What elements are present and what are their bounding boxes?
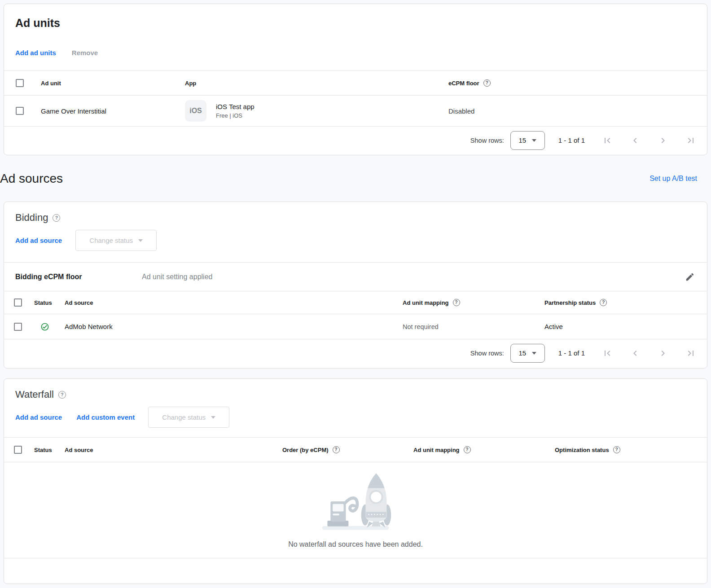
help-icon[interactable]: ? <box>453 299 460 306</box>
waterfall-table-header: Status Ad source Order (by eCPM) ? Ad un… <box>4 437 707 462</box>
previous-page-icon[interactable] <box>630 135 641 146</box>
ad-sources-section-bar: Ad sources Set up A/B test <box>0 155 711 202</box>
partnership-status-value: Active <box>544 323 707 330</box>
ad-units-card: Ad units Add ad units Remove Ad unit App… <box>4 4 707 155</box>
chevron-down-icon <box>532 352 536 355</box>
column-header-ad-unit: Ad unit <box>41 80 185 87</box>
column-header-app: App <box>185 80 448 87</box>
ad-units-header: Ad units Add ad units Remove <box>4 4 707 70</box>
waterfall-empty-state: No waterfall ad sources have been added. <box>4 462 707 558</box>
first-page-icon[interactable] <box>602 135 613 146</box>
change-status-label: Change status <box>162 413 206 421</box>
add-ad-source-button[interactable]: Add ad source <box>15 413 62 421</box>
help-icon[interactable]: ? <box>333 446 340 453</box>
select-all-checkbox[interactable] <box>16 79 24 87</box>
bidding-header: Bidding ? Add ad source Change status <box>4 202 707 262</box>
select-all-checkbox[interactable] <box>14 446 22 454</box>
bidding-ecpm-floor-value: Ad unit setting applied <box>142 273 684 281</box>
column-header-ad-unit-mapping: Ad unit mapping <box>413 447 460 453</box>
help-icon[interactable]: ? <box>600 299 607 306</box>
add-ad-source-button[interactable]: Add ad source <box>15 237 62 244</box>
setup-ab-test-link[interactable]: Set up A/B test <box>650 175 697 183</box>
column-header-ecpm-floor: eCPM floor <box>448 80 479 87</box>
help-icon[interactable]: ? <box>58 391 66 399</box>
column-header-order: Order (by eCPM) <box>282 447 329 453</box>
column-header-status: Status <box>34 447 65 453</box>
row-checkbox[interactable] <box>14 323 22 331</box>
help-icon[interactable]: ? <box>613 446 620 453</box>
previous-page-icon[interactable] <box>630 348 641 359</box>
change-status-button[interactable]: Change status <box>148 407 229 428</box>
rows-per-page-select[interactable]: 15 <box>510 344 545 363</box>
ad-units-title: Ad units <box>15 17 60 30</box>
ad-unit-name[interactable]: Game Over Interstitial <box>41 107 185 115</box>
waterfall-card: Waterfall ? Add ad source Add custom eve… <box>4 378 707 584</box>
change-status-label: Change status <box>89 237 133 244</box>
first-page-icon[interactable] <box>602 348 613 359</box>
last-page-icon[interactable] <box>685 348 696 359</box>
edit-button[interactable] <box>684 271 696 283</box>
page-range: 1 - 1 of 1 <box>558 349 585 357</box>
help-icon[interactable]: ? <box>483 79 491 87</box>
column-header-ad-source: Ad source <box>65 299 403 306</box>
bidding-title: Bidding <box>15 212 48 224</box>
show-rows-label: Show rows: <box>470 137 504 144</box>
rows-per-page-value: 15 <box>518 136 526 144</box>
page-range: 1 - 1 of 1 <box>558 136 585 144</box>
chevron-down-icon <box>138 239 143 242</box>
status-active-icon <box>40 322 49 331</box>
bidding-ecpm-floor-label: Bidding eCPM floor <box>15 273 142 281</box>
ad-unit-mapping-value: Not required <box>403 323 544 330</box>
help-icon[interactable]: ? <box>53 214 60 222</box>
bidding-pagination: Show rows: 15 1 - 1 of 1 <box>4 339 707 367</box>
ad-unit-row[interactable]: Game Over Interstitial iOS iOS Test app … <box>4 95 707 126</box>
ad-units-pagination: Show rows: 15 1 - 1 of 1 <box>4 126 707 154</box>
bidding-table-header: Status Ad source Ad unit mapping ? Partn… <box>4 291 707 314</box>
pagination-nav <box>602 348 696 359</box>
column-header-ad-source: Ad source <box>65 447 282 453</box>
select-all-checkbox[interactable] <box>14 298 22 307</box>
bidding-card: Bidding ? Add ad source Change status Bi… <box>4 202 707 369</box>
column-header-optimization-status: Optimization status <box>555 447 609 453</box>
app-cell: iOS iOS Test app Free | iOS <box>185 100 448 122</box>
rocket-fuel-illustration <box>316 470 395 531</box>
remove-button[interactable]: Remove <box>72 49 98 57</box>
next-page-icon[interactable] <box>658 135 668 146</box>
chevron-down-icon <box>532 139 536 142</box>
chevron-down-icon <box>211 416 215 419</box>
add-custom-event-button[interactable]: Add custom event <box>76 413 135 421</box>
pagination-nav <box>602 135 696 146</box>
change-status-button[interactable]: Change status <box>75 230 157 251</box>
ios-app-icon: iOS <box>185 100 206 122</box>
waterfall-header: Waterfall ? Add ad source Add custom eve… <box>4 379 707 437</box>
pencil-icon <box>685 272 695 282</box>
waterfall-title: Waterfall <box>15 389 54 400</box>
ecpm-floor-value: Disabled <box>448 107 707 115</box>
ad-source-name[interactable]: AdMob Network <box>65 323 403 330</box>
ad-units-toolbar: Add ad units Remove <box>15 49 98 57</box>
show-rows-label: Show rows: <box>470 350 504 357</box>
app-meta: Free | iOS <box>216 112 255 119</box>
waterfall-empty-message: No waterfall ad sources have been added. <box>288 540 423 549</box>
bidding-toolbar: Add ad source Change status <box>15 230 157 251</box>
row-checkbox[interactable] <box>16 107 24 115</box>
ad-units-table-header: Ad unit App eCPM floor ? <box>4 70 707 95</box>
bidding-ecpm-floor-row: Bidding eCPM floor Ad unit setting appli… <box>4 262 707 291</box>
rows-per-page-select[interactable]: 15 <box>510 131 545 150</box>
add-ad-units-button[interactable]: Add ad units <box>15 49 56 57</box>
column-header-status: Status <box>34 299 65 306</box>
next-page-icon[interactable] <box>658 348 668 359</box>
column-header-partnership-status: Partnership status <box>544 299 596 306</box>
app-name: iOS Test app <box>216 103 255 110</box>
ad-sources-title: Ad sources <box>0 171 63 186</box>
rows-per-page-value: 15 <box>518 349 526 357</box>
last-page-icon[interactable] <box>685 135 696 146</box>
bidding-source-row[interactable]: AdMob Network Not required Active <box>4 314 707 339</box>
waterfall-footer <box>4 558 707 583</box>
waterfall-toolbar: Add ad source Add custom event Change st… <box>15 407 229 428</box>
help-icon[interactable]: ? <box>464 446 471 453</box>
column-header-ad-unit-mapping: Ad unit mapping <box>403 299 449 306</box>
